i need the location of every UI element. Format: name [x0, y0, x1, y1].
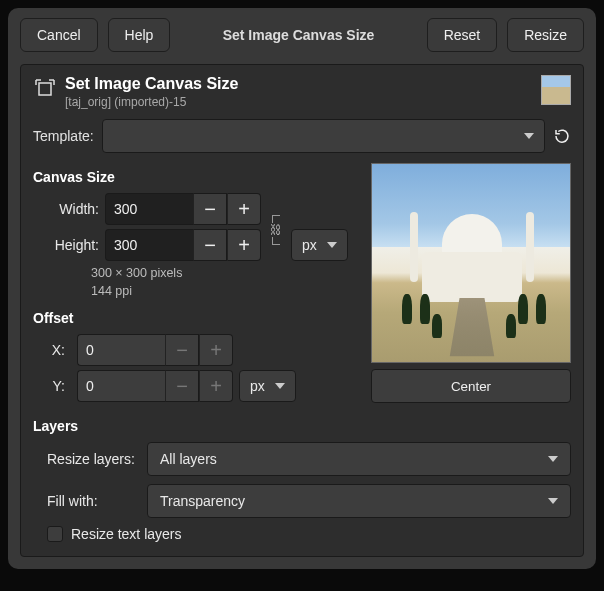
- dialog-content: Set Image Canvas Size [taj_orig] (import…: [20, 64, 584, 557]
- offset-unit-select[interactable]: px: [239, 370, 296, 402]
- height-input[interactable]: [105, 229, 193, 261]
- canvas-dimensions-readout: 300 × 300 pixels: [91, 265, 351, 283]
- resize-layers-value: All layers: [160, 451, 217, 467]
- height-label: Height:: [47, 237, 105, 253]
- chevron-down-icon: [548, 456, 558, 462]
- width-decrement-button[interactable]: −: [193, 193, 227, 225]
- canvas-ppi-readout: 144 ppi: [91, 283, 351, 301]
- layers-section-title: Layers: [33, 418, 571, 434]
- canvas-unit-select[interactable]: px: [291, 229, 348, 261]
- template-select[interactable]: [102, 119, 545, 153]
- canvas-resize-icon: [33, 77, 57, 101]
- offset-y-decrement-button[interactable]: −: [165, 370, 199, 402]
- offset-unit-value: px: [250, 378, 265, 394]
- fill-with-value: Transparency: [160, 493, 245, 509]
- offset-y-label: Y:: [47, 378, 71, 394]
- offset-x-input[interactable]: [77, 334, 165, 366]
- offset-y-input[interactable]: [77, 370, 165, 402]
- reset-template-icon[interactable]: [553, 127, 571, 145]
- fill-with-label: Fill with:: [47, 493, 139, 509]
- canvas-size-section-title: Canvas Size: [33, 169, 351, 185]
- resize-layers-label: Resize layers:: [47, 451, 139, 467]
- offset-y-increment-button[interactable]: +: [199, 370, 233, 402]
- resize-button[interactable]: Resize: [507, 18, 584, 52]
- canvas-preview[interactable]: [371, 163, 571, 363]
- center-button[interactable]: Center: [371, 369, 571, 403]
- height-decrement-button[interactable]: −: [193, 229, 227, 261]
- offset-x-decrement-button[interactable]: −: [165, 334, 199, 366]
- chevron-down-icon: [327, 242, 337, 248]
- chevron-down-icon: [524, 133, 534, 139]
- help-button[interactable]: Help: [108, 18, 171, 52]
- width-increment-button[interactable]: +: [227, 193, 261, 225]
- offset-x-increment-button[interactable]: +: [199, 334, 233, 366]
- width-input[interactable]: [105, 193, 193, 225]
- header-title: Set Image Canvas Size: [65, 75, 533, 93]
- cancel-button[interactable]: Cancel: [20, 18, 98, 52]
- svg-rect-0: [39, 83, 51, 95]
- template-label: Template:: [33, 128, 94, 144]
- canvas-unit-value: px: [302, 237, 317, 253]
- resize-text-layers-label: Resize text layers: [71, 526, 181, 542]
- offset-section-title: Offset: [33, 310, 351, 326]
- resize-layers-select[interactable]: All layers: [147, 442, 571, 476]
- chevron-down-icon: [275, 383, 285, 389]
- reset-button[interactable]: Reset: [427, 18, 498, 52]
- fill-with-select[interactable]: Transparency: [147, 484, 571, 518]
- height-increment-button[interactable]: +: [227, 229, 261, 261]
- chain-icon: ⛓: [270, 223, 282, 237]
- offset-x-label: X:: [47, 342, 71, 358]
- aspect-link-toggle[interactable]: ⛓: [267, 213, 285, 245]
- width-label: Width:: [47, 201, 105, 217]
- image-thumbnail-small: [541, 75, 571, 105]
- resize-text-layers-checkbox[interactable]: [47, 526, 63, 542]
- dialog-title: Set Image Canvas Size: [180, 27, 416, 43]
- chevron-down-icon: [548, 498, 558, 504]
- dialog-titlebar: Cancel Help Set Image Canvas Size Reset …: [20, 18, 584, 52]
- header-subtitle: [taj_orig] (imported)-15: [65, 95, 533, 109]
